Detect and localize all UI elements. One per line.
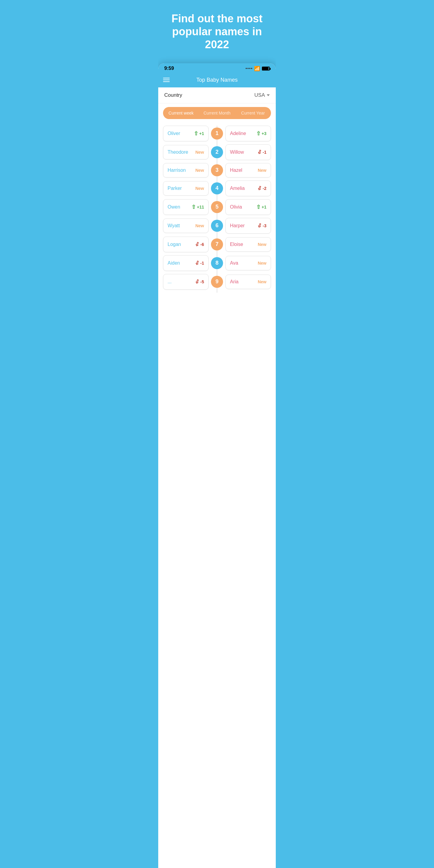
boy-name-card[interactable]: Wyatt New (163, 218, 209, 233)
girl-name-card[interactable]: Eloise New (225, 237, 271, 252)
change-down: ⇩ -6 (195, 241, 204, 248)
names-row: Owen ⇧ +11 5 Olivia ⇧ +1 (163, 199, 271, 215)
change-down: ⇩ -3 (257, 222, 267, 229)
boy-name: ... (167, 279, 172, 284)
tab-current-year[interactable]: Current Year (235, 107, 271, 119)
names-row: Logan ⇩ -6 7 Eloise New (163, 237, 271, 252)
wifi-icon: 📶 (254, 66, 260, 71)
girl-name: Willow (230, 150, 244, 155)
girl-name: Eloise (230, 242, 243, 247)
hero-section: Find out the most popular names in 2022 (158, 0, 276, 60)
girl-name-card[interactable]: Amelia ⇩ -2 (225, 181, 271, 196)
menu-icon[interactable] (163, 78, 170, 82)
boy-name-card[interactable]: Aiden ⇩ -1 (163, 255, 209, 271)
girl-name-card[interactable]: Harper ⇩ -3 (225, 218, 271, 234)
rank-badge: 9 (211, 276, 223, 288)
status-bar: 9:59 📶 (158, 63, 276, 74)
change-down: ⇩ -2 (257, 185, 267, 192)
change-up: ⇧ +1 (194, 130, 204, 137)
rank-badge: 7 (211, 239, 223, 250)
girl-name-card[interactable]: Olivia ⇧ +1 (225, 199, 271, 215)
change-new: New (195, 168, 204, 173)
boy-name: Harrison (167, 167, 186, 173)
change-new: New (258, 261, 267, 266)
names-row: Theodore New 2 Willow ⇩ -1 (163, 144, 271, 160)
app-header: Top Baby Names (158, 74, 276, 87)
names-row: ... ⇩ -5 9 Aria New (163, 274, 271, 290)
rank-badge: 3 (211, 164, 223, 176)
period-tabs: Current week Current Month Current Year (163, 107, 271, 119)
change-new: New (195, 150, 204, 155)
girl-name: Harper (230, 223, 245, 228)
rank-badge: 2 (211, 146, 223, 158)
names-row: Wyatt New 6 Harper ⇩ -3 (163, 218, 271, 234)
girl-name: Amelia (230, 186, 245, 191)
boy-name-card[interactable]: Owen ⇧ +11 (163, 199, 209, 215)
names-row: Oliver ⇧ +1 1 Adeline ⇧ +3 (163, 126, 271, 141)
boy-name: Aiden (167, 260, 180, 266)
country-value-selector[interactable]: USA (254, 92, 270, 98)
boy-name: Theodore (167, 150, 188, 155)
rank-badge: 4 (211, 182, 223, 194)
girl-name: Adeline (230, 131, 246, 136)
names-row: Harrison New 3 Hazel New (163, 163, 271, 178)
change-new: New (258, 279, 267, 284)
hero-title: Find out the most popular names in 2022 (167, 12, 267, 51)
boy-name: Owen (167, 204, 180, 210)
girl-name: Hazel (230, 167, 242, 173)
main-content: Country USA Current week Current Month C… (158, 87, 276, 868)
status-icons: 📶 (246, 66, 270, 71)
country-label: Country (164, 92, 182, 98)
change-down: ⇩ -5 (195, 278, 204, 285)
app-title: Top Baby Names (170, 77, 264, 83)
boy-name-card[interactable]: ... ⇩ -5 (163, 274, 209, 290)
girl-name-card[interactable]: Ava New (225, 256, 271, 270)
girl-name: Aria (230, 279, 239, 284)
names-row: Parker New 4 Amelia ⇩ -2 (163, 181, 271, 196)
change-up: ⇧ +3 (256, 130, 267, 137)
rank-badge: 5 (211, 201, 223, 213)
tab-current-week[interactable]: Current week (163, 107, 199, 119)
boy-name-card[interactable]: Parker New (163, 181, 209, 195)
signal-icon (246, 68, 252, 69)
girl-name-card[interactable]: Hazel New (225, 163, 271, 178)
boy-name: Logan (167, 242, 181, 247)
boy-name-card[interactable]: Logan ⇩ -6 (163, 237, 209, 252)
status-time: 9:59 (164, 66, 174, 71)
names-row: Aiden ⇩ -1 8 Ava New (163, 255, 271, 271)
change-new: New (258, 242, 267, 247)
change-new: New (195, 223, 204, 228)
rank-badge: 1 (211, 127, 223, 140)
names-list: Oliver ⇧ +1 1 Adeline ⇧ +3 Theodore New … (158, 123, 276, 299)
change-up: ⇧ +11 (191, 204, 204, 210)
change-down: ⇩ -1 (257, 149, 267, 156)
chevron-down-icon (267, 94, 270, 96)
girl-name: Ava (230, 260, 238, 266)
country-value: USA (254, 92, 265, 98)
battery-icon (262, 67, 270, 70)
rank-badge: 6 (211, 220, 223, 232)
change-new: New (258, 168, 267, 173)
girl-name-card[interactable]: Aria New (225, 275, 271, 289)
tab-current-month[interactable]: Current Month (199, 107, 235, 119)
boy-name: Oliver (167, 131, 180, 136)
girl-name-card[interactable]: Adeline ⇧ +3 (225, 126, 271, 141)
girl-name-card[interactable]: Willow ⇩ -1 (225, 144, 271, 160)
change-down: ⇩ -1 (195, 260, 204, 267)
change-up: ⇧ +1 (256, 204, 267, 210)
girl-name: Olivia (230, 204, 242, 210)
boy-name-card[interactable]: Oliver ⇧ +1 (163, 126, 209, 141)
change-new: New (195, 186, 204, 191)
rank-badge: 8 (211, 257, 223, 269)
boy-name-card[interactable]: Harrison New (163, 163, 209, 178)
boy-name: Parker (167, 186, 182, 191)
country-selector[interactable]: Country USA (158, 87, 276, 103)
boy-name: Wyatt (167, 223, 180, 228)
boy-name-card[interactable]: Theodore New (163, 145, 209, 159)
